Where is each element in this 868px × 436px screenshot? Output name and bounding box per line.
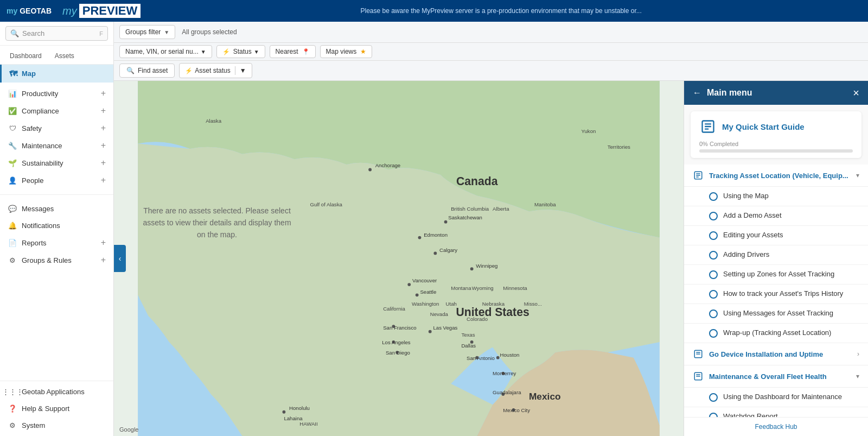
- search-placeholder: Search: [22, 29, 44, 37]
- svg-text:Canada: Canada: [456, 175, 498, 187]
- svg-text:Montana: Montana: [451, 285, 471, 291]
- svg-text:Gulf of Alaska: Gulf of Alaska: [310, 201, 343, 207]
- map-toggle-chevron: ‹: [119, 254, 122, 263]
- sustainability-plus[interactable]: +: [101, 159, 106, 167]
- svg-point-4: [368, 168, 372, 172]
- sidebar-item-geotab-apps[interactable]: ⋮⋮⋮ Geotab Applications: [0, 383, 113, 400]
- sub-item-wrapup[interactable]: Wrap-up (Tracking Asset Location): [684, 324, 868, 343]
- preview-main-text: PREVIEW: [79, 4, 141, 18]
- sidebar-sustainability-label: Sustainability: [22, 159, 97, 167]
- sidebar-system-label: System: [22, 421, 106, 429]
- groups-plus[interactable]: +: [101, 256, 106, 264]
- sidebar-divider-1: [0, 194, 113, 195]
- sub-item-zones[interactable]: Setting up Zones for Asset Tracking: [684, 265, 868, 285]
- map-views-button[interactable]: Map views ★: [320, 45, 373, 58]
- sidebar-item-productivity[interactable]: 📊 Productivity +: [0, 85, 113, 102]
- svg-text:Mexico City: Mexico City: [503, 407, 530, 413]
- sidebar-messages-label: Messages: [22, 205, 106, 213]
- svg-point-20: [416, 293, 419, 296]
- sidebar-item-reports[interactable]: 📄 Reports +: [0, 234, 113, 251]
- messages-icon: 💬: [8, 205, 17, 213]
- svg-text:Houston: Houston: [500, 352, 520, 358]
- sidebar-safety-label: Safety: [22, 124, 97, 132]
- name-vin-filter-button[interactable]: Name, VIN, or serial nu... ▼: [119, 45, 212, 58]
- sidebar: 🔍 Search F Dashboard Assets 🗺 Map 📊 Prod…: [0, 22, 114, 436]
- status-filter-label: Status: [233, 48, 252, 55]
- section-header-device[interactable]: Go Device Installation and Uptime ›: [684, 343, 868, 365]
- svg-text:Dallas: Dallas: [461, 343, 476, 349]
- svg-text:Los Angeles: Los Angeles: [382, 339, 411, 345]
- sub-item-editing-assets[interactable]: Editing your Assets: [684, 226, 868, 245]
- section-header-maintenance[interactable]: Maintenance & Overall Fleet Health ▾: [684, 365, 868, 388]
- svg-text:Utah: Utah: [446, 301, 457, 307]
- sub-item-using-map[interactable]: Using the Map: [684, 187, 868, 206]
- search-input[interactable]: 🔍 Search F: [5, 26, 108, 41]
- sub-item-dashboard-maint[interactable]: Using the Dashboard for Maintenance: [684, 388, 868, 407]
- sidebar-geotab-apps-label: Geotab Applications: [22, 388, 106, 396]
- sub-item-add-demo[interactable]: Add a Demo Asset: [684, 206, 868, 226]
- groups-filter-button[interactable]: Groups filter ▼: [119, 25, 175, 39]
- tab-dashboard[interactable]: Dashboard: [4, 49, 47, 64]
- sub-item-circle-1: [709, 192, 718, 201]
- svg-text:Vancouver: Vancouver: [412, 277, 437, 283]
- maintenance-plus[interactable]: +: [101, 141, 106, 150]
- panel-close-button[interactable]: ×: [853, 87, 859, 98]
- safety-plus[interactable]: +: [101, 124, 106, 132]
- svg-text:Las Vegas: Las Vegas: [433, 325, 457, 331]
- reports-plus[interactable]: +: [101, 238, 106, 247]
- sub-item-circle-3: [709, 231, 718, 240]
- map-views-star: ★: [360, 48, 366, 55]
- sidebar-item-messages[interactable]: 💬 Messages: [0, 200, 113, 217]
- section-header-tracking[interactable]: Tracking Asset Location (Vehicle, Equip.…: [684, 165, 868, 187]
- device-chevron: ›: [857, 350, 859, 358]
- sub-item-trips[interactable]: How to track your Asset's Trips History: [684, 285, 868, 304]
- sidebar-item-notifications[interactable]: 🔔 Notifications: [0, 217, 113, 234]
- productivity-icon: 📊: [8, 90, 17, 98]
- section-header-maint-left: Maintenance & Overall Fleet Health: [693, 371, 827, 382]
- sidebar-item-sustainability[interactable]: 🌱 Sustainability +: [0, 154, 113, 172]
- sidebar-item-compliance[interactable]: ✅ Compliance +: [0, 102, 113, 119]
- asset-status-caret: ▼: [240, 67, 246, 74]
- sidebar-item-groups-rules[interactable]: ⚙ Groups & Rules +: [0, 251, 113, 269]
- asset-status-button[interactable]: ⚡ Asset status ▼: [179, 63, 252, 78]
- panel-header: ← Main menu ×: [684, 81, 868, 105]
- sidebar-item-system[interactable]: ⚙ System: [0, 417, 113, 434]
- section-header-tracking-left: Tracking Asset Location (Vehicle, Equip.…: [693, 170, 848, 181]
- svg-text:Yukon: Yukon: [582, 128, 596, 134]
- sidebar-item-map[interactable]: 🗺 Map: [0, 65, 113, 83]
- sidebar-item-help-support[interactable]: ❓ Help & Support: [0, 400, 113, 417]
- svg-text:California: California: [383, 306, 405, 312]
- notifications-icon: 🔔: [8, 222, 17, 230]
- sub-item-circle-4: [709, 251, 718, 260]
- groups-filter-label: Groups filter: [125, 28, 161, 36]
- people-plus[interactable]: +: [101, 176, 106, 185]
- svg-text:Saskatchewan: Saskatchewan: [448, 214, 482, 220]
- sub-item-messages-tracking[interactable]: Using Messages for Asset Tracking: [684, 304, 868, 324]
- feedback-hub[interactable]: Feedback Hub: [684, 417, 868, 436]
- compliance-plus[interactable]: +: [101, 106, 106, 115]
- nearest-label: Nearest: [276, 48, 298, 55]
- status-filter-button[interactable]: ⚡ Status ▼: [216, 45, 265, 58]
- tab-assets[interactable]: Assets: [49, 49, 80, 64]
- svg-text:Honolulu: Honolulu: [289, 405, 310, 411]
- sub-item-watchdog[interactable]: Watchdog Report The watchdog report help…: [684, 407, 868, 417]
- geotab-apps-icon: ⋮⋮⋮: [8, 388, 17, 396]
- sidebar-item-people[interactable]: 👤 People +: [0, 172, 113, 189]
- panel-back-button[interactable]: ←: [693, 88, 701, 98]
- groups-icon: ⚙: [8, 256, 17, 264]
- map-views-label: Map views: [326, 48, 357, 55]
- sidebar-productivity-label: Productivity: [22, 90, 97, 98]
- section-tracking-title: Tracking Asset Location (Vehicle, Equip.…: [709, 172, 848, 180]
- svg-text:Edmonton: Edmonton: [424, 232, 448, 238]
- productivity-plus[interactable]: +: [101, 89, 106, 98]
- groups-filter-caret: ▼: [164, 29, 169, 35]
- find-asset-button[interactable]: 🔍 Find asset: [119, 64, 175, 78]
- map-toggle-button[interactable]: ‹: [114, 245, 126, 272]
- help-icon: ❓: [8, 405, 17, 413]
- map-container[interactable]: Canada United States Mexico Anchorage Gu…: [114, 81, 684, 436]
- sub-item-adding-drivers[interactable]: Adding Drivers: [684, 245, 868, 265]
- panel-title: Main menu: [707, 88, 752, 98]
- sidebar-item-maintenance[interactable]: 🔧 Maintenance +: [0, 137, 113, 154]
- nearest-filter-button[interactable]: Nearest 📍: [270, 45, 316, 58]
- sidebar-item-safety[interactable]: 🛡 Safety +: [0, 119, 113, 137]
